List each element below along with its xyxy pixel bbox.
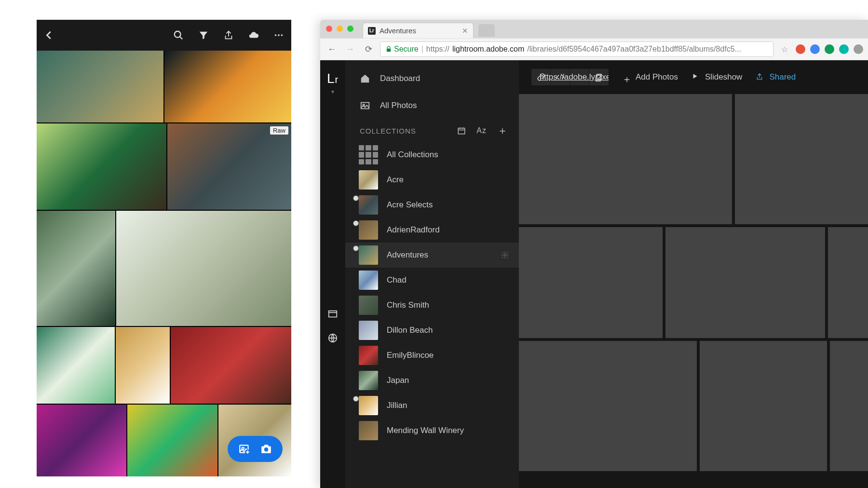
minimize-window-icon[interactable]: [337, 26, 343, 32]
photo-thumb[interactable]: Raw: [167, 123, 291, 210]
share-link-box: https://adobe.ly/2xeze: [531, 69, 609, 85]
extension-icon[interactable]: [796, 44, 805, 54]
photo-thumb[interactable]: [519, 227, 663, 338]
collection-item[interactable]: Dillon Beach: [345, 318, 519, 343]
cloud-icon[interactable]: [248, 29, 259, 41]
collection-item[interactable]: Jillian: [345, 393, 519, 418]
favicon-icon: Lr: [368, 27, 376, 35]
nav-all-photos[interactable]: All Photos: [345, 92, 519, 119]
clipboard-icon[interactable]: [589, 69, 609, 85]
browser-extensions: [796, 44, 863, 54]
collection-thumb: [359, 245, 378, 265]
extension-icon[interactable]: [825, 44, 834, 54]
collection-thumb: [359, 195, 378, 215]
photo-thumb[interactable]: [37, 123, 166, 210]
lr-photo-grid[interactable]: [519, 94, 868, 488]
close-window-icon[interactable]: [326, 26, 332, 32]
extension-icon[interactable]: [839, 44, 849, 54]
collection-item[interactable]: EmilyBlincoe: [345, 343, 519, 368]
chevron-down-icon[interactable]: ▼: [330, 89, 335, 95]
image-icon: [360, 100, 370, 111]
photo-thumb[interactable]: [127, 405, 217, 476]
grid-icon: [359, 145, 378, 164]
svg-point-18: [504, 254, 506, 257]
sidebar-all-collections[interactable]: All Collections: [345, 142, 519, 167]
collection-item-active[interactable]: Adventures: [345, 243, 519, 268]
reload-icon[interactable]: ⟳: [362, 44, 375, 54]
shared-label: Shared: [769, 72, 796, 82]
share-icon[interactable]: [223, 29, 234, 41]
url-path: /libraries/d6f5954c467a497aa0f3a27eb1bdf…: [527, 45, 741, 54]
collection-item[interactable]: Chad: [345, 268, 519, 293]
photo-thumb[interactable]: [164, 51, 291, 122]
slideshow-button[interactable]: Slideshow: [692, 72, 743, 82]
share-url[interactable]: https://adobe.ly/2xeze: [570, 69, 589, 85]
window-controls: [326, 26, 353, 32]
photo-thumb[interactable]: [519, 94, 732, 224]
mobile-app: Raw: [37, 20, 291, 476]
lightroom-web-app: Lr ▼ Dashboard: [320, 60, 868, 488]
collection-thumb: [359, 170, 378, 190]
extension-icon[interactable]: [810, 44, 820, 54]
slideshow-label: Slideshow: [705, 72, 743, 82]
new-tab-button[interactable]: [478, 24, 495, 37]
photo-thumb[interactable]: [171, 327, 291, 404]
lightroom-logo[interactable]: Lr: [327, 71, 339, 86]
photo-thumb[interactable]: [116, 211, 291, 326]
collection-item[interactable]: AdrienRadford: [345, 217, 519, 243]
tab-title: Adventures: [380, 27, 416, 35]
more-icon[interactable]: [273, 29, 285, 41]
collection-item[interactable]: Mending Wall Winery: [345, 418, 519, 443]
raw-badge: Raw: [270, 126, 288, 135]
photo-thumb[interactable]: [37, 405, 126, 476]
photo-thumb[interactable]: [665, 227, 825, 338]
add-collection-icon[interactable]: ＋: [497, 123, 508, 138]
photo-thumb[interactable]: [116, 327, 170, 404]
back-icon[interactable]: [43, 29, 55, 41]
url-host: lightroom.adobe.com: [452, 45, 524, 54]
photo-thumb[interactable]: [830, 341, 868, 471]
photo-thumb[interactable]: [37, 211, 115, 326]
browser-tabstrip: Lr Adventures ✕: [320, 20, 868, 38]
sort-button[interactable]: Az: [476, 126, 487, 135]
url-scheme: https://: [426, 45, 449, 54]
add-photos-button[interactable]: ＋ Add Photos: [622, 72, 678, 82]
collection-item[interactable]: Acre: [345, 167, 519, 192]
address-bar[interactable]: Secure | https://lightroom.adobe.com/lib…: [380, 41, 773, 57]
collection-thumb: [359, 421, 378, 440]
photo-thumb[interactable]: [519, 341, 697, 471]
browser-tab[interactable]: Lr Adventures ✕: [363, 23, 474, 38]
photo-thumb[interactable]: [700, 341, 827, 471]
photo-thumb[interactable]: [735, 94, 868, 224]
svg-point-2: [275, 34, 277, 36]
collection-item[interactable]: Acre Selects: [345, 192, 519, 217]
photo-thumb[interactable]: [37, 327, 115, 404]
shared-button[interactable]: Shared: [756, 72, 796, 82]
lr-left-rail: Lr ▼: [320, 60, 345, 488]
shared-globe-icon: [353, 195, 359, 201]
photo-thumb[interactable]: [828, 227, 868, 338]
date-icon[interactable]: [457, 126, 466, 135]
gear-icon[interactable]: [501, 251, 509, 259]
library-icon[interactable]: [327, 309, 338, 319]
mobile-photo-grid[interactable]: Raw: [37, 51, 291, 476]
collection-item[interactable]: Japan: [345, 368, 519, 393]
nav-label: All Photos: [380, 101, 417, 110]
photo-thumb[interactable]: [37, 51, 163, 122]
collection-item[interactable]: Chris Smith: [345, 293, 519, 318]
globe-icon[interactable]: [327, 333, 338, 343]
collection-label: Adventures: [387, 250, 428, 260]
nav-back-icon[interactable]: ←: [325, 44, 339, 54]
zoom-window-icon[interactable]: [347, 26, 353, 32]
nav-forward-icon[interactable]: →: [343, 44, 357, 54]
add-photo-icon[interactable]: [238, 443, 251, 455]
collection-thumb: [359, 396, 378, 415]
camera-icon[interactable]: [259, 443, 272, 455]
close-tab-icon[interactable]: ✕: [462, 27, 468, 35]
search-icon[interactable]: [173, 29, 184, 41]
shared-globe-icon: [353, 245, 359, 251]
bookmark-icon[interactable]: ☆: [778, 45, 791, 54]
extension-icon[interactable]: [854, 44, 863, 54]
filter-icon[interactable]: [198, 29, 209, 41]
nav-dashboard[interactable]: Dashboard: [345, 65, 519, 92]
